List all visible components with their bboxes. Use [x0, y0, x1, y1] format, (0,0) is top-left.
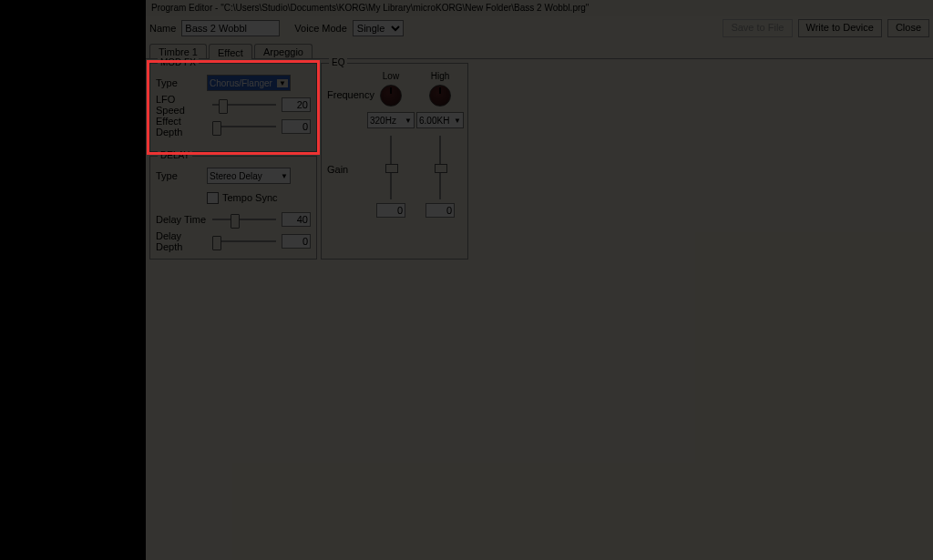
- toolbar: Name Voice Mode Single Save to File Writ…: [146, 16, 933, 40]
- delay-type-select[interactable]: Stereo Delay ▼: [207, 168, 291, 184]
- eq-gain-label: Gain: [327, 164, 348, 175]
- voice-mode-label: Voice Mode: [294, 23, 346, 34]
- delay-time-value[interactable]: 40: [282, 212, 311, 227]
- effect-depth-slider[interactable]: [212, 119, 276, 134]
- eq-high-freq-select[interactable]: 6.00KH ▼: [416, 112, 464, 128]
- effect-depth-label: Effect Depth: [156, 116, 207, 137]
- close-button[interactable]: Close: [887, 19, 929, 37]
- tab-timbre1[interactable]: Timbre 1: [149, 44, 207, 58]
- lfo-speed-slider[interactable]: [212, 97, 276, 112]
- delay-depth-value[interactable]: 0: [282, 234, 311, 249]
- delay-type-value: Stereo Delay: [210, 171, 262, 181]
- tempo-sync-checkbox[interactable]: [207, 192, 219, 204]
- delay-group: DELAY Type Stereo Delay ▼ Tempo Sync Del…: [149, 156, 317, 260]
- eq-title: EQ: [329, 57, 347, 67]
- eq-low-label: Low: [367, 71, 415, 81]
- lfo-speed-label: LFO Speed: [156, 94, 207, 116]
- voice-mode-select[interactable]: Single: [353, 20, 404, 36]
- eq-low-gain-value[interactable]: 0: [376, 203, 405, 218]
- dropdown-arrow-icon: ▼: [277, 79, 288, 87]
- write-to-device-button[interactable]: Write to Device: [798, 19, 882, 37]
- modfx-title: MOD FX: [158, 57, 199, 67]
- delay-time-label: Delay Time: [156, 214, 207, 225]
- delay-type-label: Type: [156, 170, 207, 181]
- modfx-type-value: Chorus/Flanger: [210, 78, 272, 88]
- modfx-type-label: Type: [156, 77, 207, 88]
- lfo-speed-value[interactable]: 20: [282, 97, 311, 112]
- eq-low-freq-value: 320Hz: [370, 116, 396, 126]
- delay-depth-slider[interactable]: [212, 234, 276, 249]
- eq-high-label: High: [416, 71, 464, 81]
- eq-high-freq-knob[interactable]: [429, 85, 451, 107]
- modfx-group: MOD FX Type Chorus/Flanger ▼ LFO Speed 2…: [149, 63, 317, 152]
- tempo-sync-label: Tempo Sync: [222, 192, 278, 203]
- name-label: Name: [149, 23, 176, 34]
- delay-depth-label: Delay Depth: [156, 230, 207, 252]
- eq-group: EQ Frequency Gain Low 320Hz ▼ 0 High: [321, 63, 468, 260]
- name-input[interactable]: [181, 20, 280, 36]
- eq-high-gain-value[interactable]: 0: [425, 203, 455, 218]
- tab-effect[interactable]: Effect: [209, 44, 252, 59]
- eq-low-freq-knob[interactable]: [380, 85, 402, 107]
- tab-arpeggio[interactable]: Arpeggio: [254, 44, 313, 58]
- effect-depth-value[interactable]: 0: [282, 119, 311, 134]
- window-title: Program Editor - "C:\Users\Studio\Docume…: [146, 0, 933, 16]
- eq-high-gain-slider[interactable]: [432, 136, 448, 199]
- eq-low-freq-select[interactable]: 320Hz ▼: [367, 112, 415, 128]
- delay-title: DELAY: [158, 150, 192, 160]
- save-to-file-button: Save to File: [723, 19, 792, 37]
- eq-high-freq-value: 6.00KH: [419, 116, 449, 126]
- delay-time-slider[interactable]: [212, 212, 276, 227]
- dropdown-arrow-icon: ▼: [454, 117, 461, 125]
- tabs: Timbre 1 Effect Arpeggio: [146, 40, 933, 59]
- dropdown-arrow-icon: ▼: [281, 172, 288, 180]
- dropdown-arrow-icon: ▼: [405, 117, 412, 125]
- modfx-type-select[interactable]: Chorus/Flanger ▼: [207, 75, 291, 91]
- eq-low-gain-slider[interactable]: [383, 136, 399, 199]
